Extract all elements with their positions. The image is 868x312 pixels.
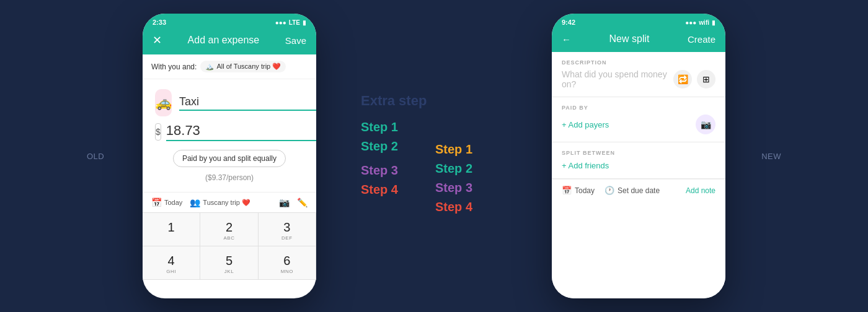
numpad-4[interactable]: 4GHI xyxy=(143,246,200,280)
per-person: ($9.37/person) xyxy=(205,173,254,182)
camera-item[interactable]: 📷 xyxy=(279,197,290,207)
currency-box: $ xyxy=(155,123,161,141)
amount-input[interactable] xyxy=(166,123,316,141)
old-step-1: Step 1 xyxy=(361,120,398,134)
old-phone: 2:33 ●●● LTE ▮ ✕ Add an expense Save Wit… xyxy=(143,14,316,298)
taxi-emoji: 🚕 xyxy=(155,95,172,111)
expense-name-input[interactable] xyxy=(179,95,316,111)
new-step-4: Step 4 xyxy=(435,200,472,214)
expense-form: 🚕 $ Paid by you and split equally ($9.37… xyxy=(143,79,316,192)
group-badge[interactable]: 🏔️ All of Tuscany trip ❤️ xyxy=(200,61,286,72)
due-date-action[interactable]: 🕐 Set due date xyxy=(604,186,660,195)
refresh-icon: 🔁 xyxy=(678,74,688,84)
old-header-title: Add an expense xyxy=(188,35,260,46)
receipt-camera-icon: 📷 xyxy=(701,119,711,129)
paid-by-label: PAID BY xyxy=(562,105,715,111)
numpad-1[interactable]: 1 xyxy=(143,213,200,246)
old-step-4: Step 4 xyxy=(361,183,398,197)
description-placeholder[interactable]: What did you spend money on? xyxy=(562,69,673,89)
numpad-5[interactable]: 5JKL xyxy=(200,246,258,280)
paid-by-section: PAID BY + Add payers 📷 xyxy=(552,97,725,142)
old-time: 2:33 xyxy=(153,19,166,26)
close-button[interactable]: ✕ xyxy=(153,33,162,47)
split-between-section: SPLIT BETWEEN + Add friends xyxy=(552,142,725,178)
with-you-bar: With you and: 🏔️ All of Tuscany trip ❤️ xyxy=(143,54,316,79)
group-icon: 👥 xyxy=(190,197,200,207)
date-action-label: Today xyxy=(575,186,595,195)
old-step-2: Step 2 xyxy=(361,139,398,154)
new-step-1: Step 1 xyxy=(435,142,472,157)
old-bottom-toolbar: 📅 Today 👥 Tuscany trip ❤️ 📷 ✏️ xyxy=(143,192,316,212)
currency-symbol: $ xyxy=(156,127,161,137)
add-payers-button[interactable]: + Add payers xyxy=(562,120,609,129)
back-button[interactable]: ← xyxy=(562,34,571,45)
date-label: Today xyxy=(164,199,182,206)
new-status-bar: 9:42 ●●● wifi ▮ xyxy=(552,14,725,28)
new-status-icons: ●●● wifi ▮ xyxy=(685,19,715,26)
group-name: All of Tuscany trip ❤️ xyxy=(216,63,281,71)
new-phone-body: DESCRIPTION What did you spend money on?… xyxy=(552,52,725,298)
add-note-button[interactable]: Add note xyxy=(686,186,715,195)
grid-icon: ⊞ xyxy=(702,74,710,84)
steps-section: Extra step Step 1 Step 2 Step 3 Step 4 S… xyxy=(361,93,472,219)
new-signal-icon: ●●● xyxy=(685,19,696,26)
description-row: What did you spend money on? 🔁 ⊞ xyxy=(562,69,715,89)
expense-icon-row: 🚕 xyxy=(155,89,304,116)
group-item[interactable]: 👥 Tuscany trip ❤️ xyxy=(190,197,250,207)
camera-icon: 📷 xyxy=(279,197,290,207)
old-header: ✕ Add an expense Save xyxy=(143,28,316,54)
amount-row: $ xyxy=(155,123,304,141)
main-container: OLD NEW 2:33 ●●● LTE ▮ ✕ Add an expense … xyxy=(0,0,868,312)
refresh-icon-btn[interactable]: 🔁 xyxy=(673,70,692,89)
calendar-action-icon: 📅 xyxy=(562,186,572,195)
new-battery-icon: ▮ xyxy=(712,19,715,26)
new-steps-col: Step 1 Step 2 Step 3 Step 4 xyxy=(435,142,472,219)
add-friends-button[interactable]: + Add friends xyxy=(562,161,609,170)
with-you-prefix: With you and: xyxy=(151,63,197,71)
save-button[interactable]: Save xyxy=(285,35,306,46)
old-label: OLD xyxy=(87,152,104,161)
signal-icon: ●●● xyxy=(275,19,286,26)
date-item[interactable]: 📅 Today xyxy=(151,197,182,207)
grid-icon-btn[interactable]: ⊞ xyxy=(697,70,715,89)
old-status-icons: ●●● LTE ▮ xyxy=(275,19,306,26)
old-step-3: Step 3 xyxy=(361,163,398,178)
due-date-icon: 🕐 xyxy=(604,186,614,195)
split-button[interactable]: Paid by you and split equally xyxy=(173,150,286,167)
desc-icons: 🔁 ⊞ xyxy=(673,70,715,89)
new-header-title: New split xyxy=(609,33,650,45)
extra-step-label: Extra step xyxy=(361,93,427,109)
new-time: 9:42 xyxy=(562,19,575,26)
description-section: DESCRIPTION What did you spend money on?… xyxy=(552,52,725,97)
create-button[interactable]: Create xyxy=(688,34,715,45)
battery-icon: ▮ xyxy=(303,19,306,26)
new-header: ← New split Create xyxy=(552,28,725,52)
new-label: NEW xyxy=(761,152,781,161)
edit-item[interactable]: ✏️ xyxy=(297,197,308,207)
new-step-3: Step 3 xyxy=(435,181,472,195)
date-action[interactable]: 📅 Today xyxy=(562,186,595,195)
network-label: LTE xyxy=(289,19,300,26)
new-bottom-actions: 📅 Today 🕐 Set due date Add note xyxy=(552,179,725,201)
due-date-label: Set due date xyxy=(618,186,660,195)
calendar-icon: 📅 xyxy=(151,197,162,207)
edit-icon: ✏️ xyxy=(297,197,308,207)
new-wifi-icon: wifi xyxy=(699,19,709,26)
numpad: 1 2ABC 3DEF 4GHI 5JKL 6MNO xyxy=(143,212,316,280)
group-label: Tuscany trip ❤️ xyxy=(203,199,250,207)
receipt-camera-btn[interactable]: 📷 xyxy=(696,115,715,134)
new-phone: 9:42 ●●● wifi ▮ ← New split Create DESCR… xyxy=(552,14,725,298)
group-emoji: 🏔️ xyxy=(205,63,214,71)
expense-icon[interactable]: 🚕 xyxy=(155,89,172,116)
numpad-2[interactable]: 2ABC xyxy=(200,213,258,246)
numpad-3[interactable]: 3DEF xyxy=(259,213,316,246)
old-steps-col: Step 1 Step 2 Step 3 Step 4 xyxy=(361,120,398,202)
split-between-label: SPLIT BETWEEN xyxy=(562,150,715,156)
new-step-2: Step 2 xyxy=(435,162,472,176)
steps-wrapper: Step 1 Step 2 Step 3 Step 4 Step 1 Step … xyxy=(361,120,472,219)
paid-by-row: + Add payers 📷 xyxy=(562,115,715,134)
numpad-6[interactable]: 6MNO xyxy=(259,246,316,280)
description-label: DESCRIPTION xyxy=(562,59,715,66)
old-status-bar: 2:33 ●●● LTE ▮ xyxy=(143,14,316,28)
